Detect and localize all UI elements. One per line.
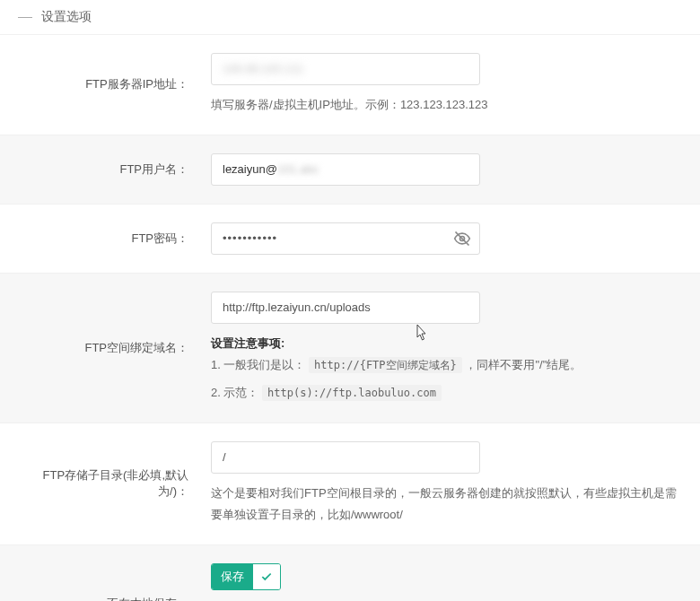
save-toggle-label: 保存 [212, 564, 253, 589]
ftp-subdir-help: 这个是要相对我们FTP空间根目录的，一般云服务器创建的就按照默认，有些虚拟主机是… [211, 483, 682, 527]
ftp-ip-input[interactable]: 144.48.143.111 [211, 53, 480, 85]
ftp-ip-help: 填写服务器/虚拟主机IP地址。示例：123.123.123.123 [211, 94, 682, 117]
local-save-label: 不在本地保存： [0, 545, 197, 601]
ftp-domain-help: 设置注意事项: 1. 一般我们是以： http://{FTP空间绑定域名} ，同… [211, 333, 682, 405]
section-title: 设置选项 [41, 9, 92, 25]
ftp-domain-input[interactable] [211, 292, 480, 324]
code-example-2: http(s)://ftp.laobuluo.com [262, 385, 442, 401]
check-icon [253, 564, 280, 589]
ftp-ip-label: FTP服务器IP地址： [0, 35, 197, 135]
ftp-subdir-input[interactable] [211, 441, 480, 474]
code-example-1: http://{FTP空间绑定域名} [309, 357, 462, 373]
ftp-domain-label: FTP空间绑定域名： [0, 273, 197, 422]
eye-off-icon[interactable] [453, 230, 471, 248]
divider [18, 17, 32, 18]
ftp-subdir-label: FTP存储子目录(非必填,默认为/)： [0, 422, 197, 544]
ftp-pass-input[interactable] [211, 222, 480, 255]
settings-form: FTP服务器IP地址： 144.48.143.111 填写服务器/虚拟主机IP地… [0, 34, 700, 601]
ftp-user-label: FTP用户名： [0, 135, 197, 204]
notice-title: 设置注意事项: [211, 333, 682, 355]
section-header: 设置选项 [0, 0, 700, 34]
ftp-pass-label: FTP密码： [0, 204, 197, 273]
ftp-user-input[interactable]: lezaiyun@101.abc [211, 153, 480, 186]
save-toggle[interactable]: 保存 [211, 563, 281, 590]
